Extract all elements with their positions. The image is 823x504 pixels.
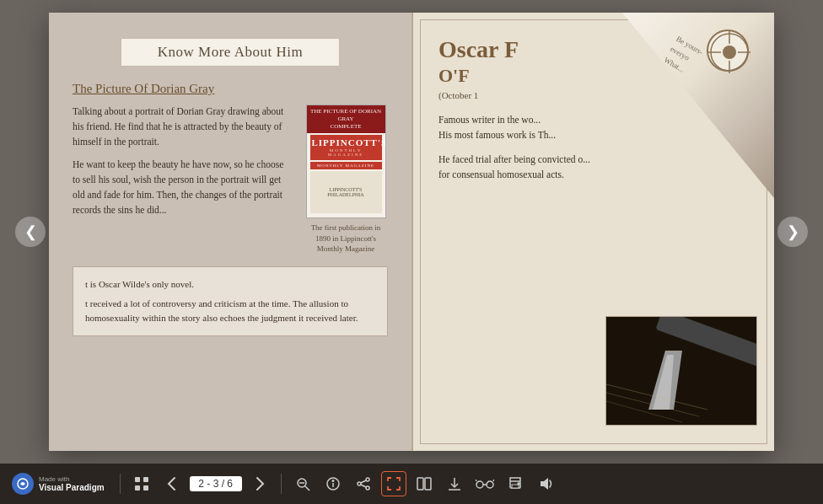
author-dates: (October 1 — [438, 90, 754, 100]
next-page-arrow[interactable]: ❯ — [777, 217, 808, 247]
print-button[interactable] — [503, 471, 528, 496]
right-paragraph-2: He faced trial after being convicted o..… — [438, 152, 754, 183]
logo-text: Made with Visual Paradigm — [39, 475, 105, 492]
target-circle — [707, 29, 749, 72]
book-title[interactable]: The Picture Of Dorian Gray — [73, 82, 388, 96]
next-button[interactable] — [247, 471, 272, 496]
svg-point-34 — [487, 481, 493, 488]
page-header-title: Know More About Him — [138, 44, 322, 61]
quote-line-2: t received a lot of controversy and crit… — [85, 297, 375, 325]
svg-point-1 — [723, 46, 736, 59]
left-text: Talking about a portrait of Dorian Gray … — [73, 105, 293, 255]
cover-monthly-band: MONTHLY MAGAZINE — [310, 162, 382, 169]
svg-rect-30 — [425, 478, 431, 490]
share-button[interactable] — [351, 471, 376, 496]
svg-rect-14 — [135, 477, 140, 482]
cover-red-band: LIPPINCOTT'S MONTHLY MAGAZINE — [310, 135, 382, 160]
prev-button[interactable] — [159, 471, 185, 496]
toolbar-separator-2 — [281, 474, 282, 494]
prev-page-arrow[interactable]: ❮ — [15, 217, 46, 247]
svg-line-37 — [493, 480, 494, 481]
book-spread: Know More About Him The Picture Of Doria… — [49, 13, 774, 451]
bottom-quote-box: t is Oscar Wilde's only novel. t receive… — [73, 266, 388, 336]
svg-line-27 — [360, 480, 365, 483]
columns-button[interactable] — [412, 471, 437, 496]
right-page: Be yours- everyo What... Oscar F O'F (Oc… — [412, 13, 774, 451]
logo-made-with: Made with — [39, 475, 105, 483]
page-indicator[interactable]: 2 - 3 / 6 — [190, 476, 242, 491]
right-paragraph-1: Famous writer in the wo... His most famo… — [438, 112, 754, 143]
toolbar-logo: Made with Visual Paradigm — [12, 473, 105, 495]
book-cover-caption: The first publication in 1890 in Lippinc… — [304, 223, 388, 255]
svg-rect-39 — [512, 485, 519, 488]
svg-rect-17 — [143, 485, 148, 491]
svg-point-25 — [358, 482, 361, 485]
svg-line-28 — [360, 485, 365, 487]
svg-point-40 — [518, 483, 519, 485]
main-area: ❮ Know More About Him The Picture Of Dor… — [0, 0, 823, 464]
zoom-out-button[interactable] — [290, 471, 315, 496]
book-cover-image: THE PICTURE OF DORIAN GRAY COMPLETE LIPP… — [304, 105, 388, 255]
cover-title-bar: THE PICTURE OF DORIAN GRAY COMPLETE — [307, 105, 385, 133]
svg-marker-41 — [541, 478, 548, 490]
svg-point-23 — [332, 480, 334, 482]
paragraph-1: Talking about a portrait of Dorian Gray … — [73, 105, 293, 149]
download-button[interactable] — [442, 471, 467, 496]
sound-button[interactable] — [533, 471, 558, 496]
grid-button[interactable] — [129, 471, 154, 496]
svg-point-24 — [366, 478, 369, 481]
svg-point-26 — [366, 486, 369, 490]
reading-mode-button[interactable] — [472, 471, 498, 496]
svg-line-19 — [305, 486, 309, 491]
svg-rect-16 — [135, 485, 140, 491]
target-icon — [707, 29, 749, 72]
svg-rect-15 — [143, 477, 148, 482]
quote-line-1: t is Oscar Wilde's only novel. — [85, 277, 375, 292]
svg-line-35 — [476, 480, 476, 481]
pen-visual — [606, 317, 756, 425]
paragraph-2: He want to keep the beauty he have now, … — [73, 158, 293, 217]
cover-bottom: LIPPINCOTT'SPHILADELPHIA — [310, 171, 382, 213]
svg-point-33 — [476, 481, 483, 488]
fullscreen-button[interactable] — [381, 471, 406, 496]
info-button[interactable] — [320, 471, 346, 496]
pen-image — [605, 316, 757, 426]
logo-brand: Visual Paradigm — [39, 483, 105, 492]
page-header-banner: Know More About Him — [121, 38, 340, 67]
logo-icon — [12, 473, 34, 495]
left-page: Know More About Him The Picture Of Doria… — [49, 13, 412, 451]
svg-rect-29 — [417, 478, 423, 490]
book-cover-visual: THE PICTURE OF DORIAN GRAY COMPLETE LIPP… — [306, 105, 386, 218]
left-content-area: Talking about a portrait of Dorian Gray … — [73, 105, 388, 255]
toolbar: Made with Visual Paradigm 2 - 3 / 6 — [0, 464, 823, 504]
toolbar-separator-1 — [120, 474, 121, 494]
